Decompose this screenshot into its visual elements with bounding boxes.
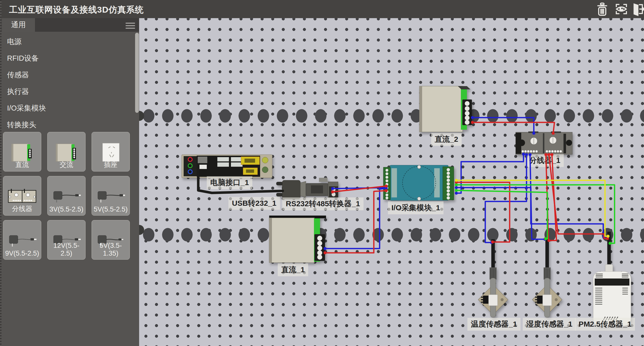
palette-tile-socket[interactable]: 插座 [92,132,130,171]
eye-icon [614,2,628,16]
palette-tile-dc[interactable]: 直流 [3,132,41,171]
palette-label: 3V(5.5-2.5) [48,205,85,213]
sidebar-scrollbar[interactable] [135,33,139,113]
device-temperature-sensor[interactable] [475,239,511,330]
label-temperature-sensor: 温度传感器_1 [467,318,520,331]
device-io-module[interactable] [382,164,458,201]
window-left-edge [0,0,2,346]
device-humidity-sensor[interactable] [530,239,565,330]
sidebar-tab-bar: 通用 [0,18,139,32]
exit-button[interactable] [631,2,644,16]
palette-label: 9V(5.5-2.5) [3,250,41,257]
palette-tile-ac[interactable]: 交流 [47,132,86,171]
palette-tile-3v[interactable]: 3V(5.5-2.5) [47,176,86,216]
ac-power-icon [51,143,82,163]
device-dc-power-1[interactable] [267,214,328,264]
page-title: 工业互联网设备及接线3D仿真系统 [9,4,144,16]
splitter-icon [6,187,38,207]
device-palette: 直流 交流 [3,132,136,260]
sidebar-menu: 电源 RFID设备 传感器 执行器 I/O采集模块 转换接头 [0,33,139,133]
sidebar: 通用 电源 RFID设备 传感器 执行器 I/O采集模块 转换接头 [0,18,139,346]
trash-icon [595,2,609,16]
exit-icon [631,2,644,16]
tab-general[interactable]: 通用 [2,18,35,32]
palette-tile-splitter[interactable]: 分线器 [3,176,41,216]
device-pm25-sensor[interactable] [589,232,634,329]
sidebar-item-power[interactable]: 电源 [0,33,139,50]
label-rs232-485: RS232转485转换器_1 [282,197,364,210]
palette-tile-5v[interactable]: 5V(5.5-2.5) [92,176,130,216]
palette-label: 直流 [3,160,41,169]
power-adapter-icon [94,187,127,207]
palette-tile-5v-slim[interactable]: 5V(3.5-1.35) [92,220,130,260]
palette-label: 5V(3.5-1.35) [92,242,130,257]
palette-tile-12v[interactable]: 12V(5.5-2.5) [47,220,86,260]
sidebar-item-sensor[interactable]: 传感器 [0,66,139,83]
delete-button[interactable] [595,2,609,16]
palette-label: 12V(5.5-2.5) [48,242,85,257]
sidebar-item-rfid[interactable]: RFID设备 [0,50,139,66]
app-window: 工业互联网设备及接线3D仿真系统 [0,0,644,346]
label-dc-1: 直流_1 [278,263,308,276]
pegboard-large-holes [139,227,644,243]
sidebar-item-adapter[interactable]: 转换接头 [0,116,139,133]
label-splitter-1: 分线器_1 [526,154,564,167]
label-computer-port: 电脑接口_1 [207,176,252,189]
label-humidity-sensor: 湿度传感器_1 [523,318,576,331]
hamburger-menu-icon[interactable] [126,21,135,29]
label-dc-2: 直流_2 [431,133,462,146]
palette-label: 插座 [92,160,130,169]
palette-label: 5V(5.5-2.5) [92,205,130,213]
sidebar-item-actuator[interactable]: 执行器 [0,83,139,100]
header-bar: 工业互联网设备及接线3D仿真系统 [0,0,644,18]
device-dc-power-2[interactable] [418,84,475,135]
device-splitter-1[interactable] [513,130,575,156]
label-io-module: I/O采集模块_1 [388,201,444,214]
palette-tile-9v[interactable]: 9V(5.5-2.5) [3,220,41,260]
palette-label: 分线器 [3,204,41,213]
power-adapter-icon [50,187,83,207]
palette-label: 交流 [48,160,85,169]
sidebar-item-io-module[interactable]: I/O采集模块 [0,100,139,116]
pegboard-large-holes [139,108,644,124]
label-pm25-sensor: PM2.5传感器_1 [575,318,635,331]
pegboard-large-holes [139,342,644,346]
socket-icon [96,143,126,163]
dc-power-icon [7,143,37,163]
power-adapter-icon [6,231,38,251]
label-usb-serial: USB转232_1 [228,197,280,210]
preview-button[interactable] [614,2,628,16]
device-computer-port[interactable] [181,153,274,178]
